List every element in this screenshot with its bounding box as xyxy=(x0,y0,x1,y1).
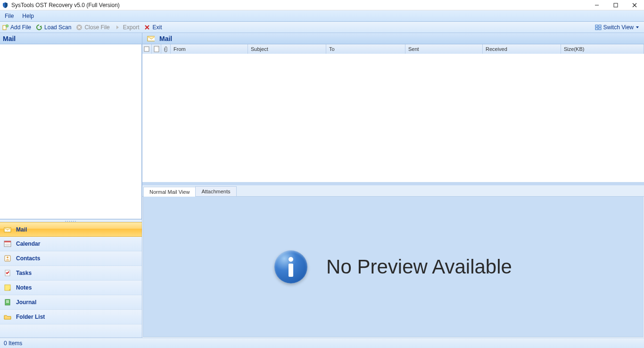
load-scan-label: Load Scan xyxy=(44,24,71,31)
switch-view-button[interactable]: Switch View xyxy=(595,24,642,31)
preview-message: No Preview Available xyxy=(326,256,512,278)
export-icon xyxy=(115,24,121,31)
window-title: SysTools OST Recovery v5.0 (Full Version… xyxy=(11,2,120,8)
add-file-button[interactable]: Add File xyxy=(2,24,31,31)
status-bar: 0 Items xyxy=(0,338,644,348)
add-file-icon xyxy=(2,24,8,31)
main: Mail •••••• Mail Calendar Contacts xyxy=(0,33,644,338)
nav-label: Mail xyxy=(16,226,27,233)
svg-rect-15 xyxy=(595,25,598,27)
grid-header: From Subject To Sent Received Size(KB) xyxy=(142,44,644,54)
mail-icon xyxy=(4,226,11,233)
folder-list-icon xyxy=(4,313,11,321)
column-sent[interactable]: Sent xyxy=(405,44,483,54)
svg-rect-35 xyxy=(6,301,9,302)
contacts-icon xyxy=(4,255,11,262)
column-checkbox[interactable] xyxy=(142,44,152,54)
nav-item-tasks[interactable]: Tasks xyxy=(0,266,142,281)
menu-bar: File Help xyxy=(0,10,644,22)
svg-rect-39 xyxy=(144,47,149,51)
nav-item-notes[interactable]: Notes xyxy=(0,281,142,295)
column-from[interactable]: From xyxy=(171,44,248,54)
nav-item-folder-list[interactable]: Folder List xyxy=(0,310,142,324)
status-text: 0 Items xyxy=(4,340,22,347)
svg-rect-34 xyxy=(6,300,9,301)
column-subject[interactable]: Subject xyxy=(248,44,326,54)
nav-label: Tasks xyxy=(16,270,32,276)
app-icon xyxy=(2,2,8,8)
right-pane-header: Mail xyxy=(142,33,644,44)
nav-item-journal[interactable]: Journal xyxy=(0,295,142,310)
exit-button[interactable]: Exit xyxy=(144,24,162,31)
svg-rect-23 xyxy=(4,241,11,242)
notes-icon xyxy=(4,284,11,291)
grid-body[interactable] xyxy=(142,54,644,182)
nav-label: Journal xyxy=(16,299,36,306)
svg-marker-8 xyxy=(40,25,41,28)
nav-item-calendar[interactable]: Calendar xyxy=(0,237,142,251)
window-controls xyxy=(587,0,644,10)
chevron-down-icon xyxy=(636,24,639,31)
load-scan-icon xyxy=(36,24,42,31)
svg-rect-17 xyxy=(595,28,598,30)
switch-view-icon xyxy=(595,24,602,31)
nav-list: Mail Calendar Contacts Tasks xyxy=(0,222,142,338)
mail-grid: From Subject To Sent Received Size(KB) xyxy=(142,44,644,182)
left-pane-header: Mail xyxy=(0,33,142,44)
column-read[interactable] xyxy=(152,44,161,54)
tasks-icon xyxy=(4,269,11,277)
column-to[interactable]: To xyxy=(326,44,405,54)
close-button[interactable] xyxy=(625,0,644,10)
close-file-button[interactable]: Close File xyxy=(76,24,109,31)
svg-marker-12 xyxy=(116,25,119,29)
calendar-icon xyxy=(4,240,11,248)
export-label: Export xyxy=(123,24,140,31)
exit-icon xyxy=(144,24,150,31)
maximize-button[interactable] xyxy=(606,0,625,10)
nav-label: Folder List xyxy=(16,314,45,320)
svg-rect-1 xyxy=(614,3,618,7)
minimize-button[interactable] xyxy=(587,0,606,10)
load-scan-button[interactable]: Load Scan xyxy=(36,24,71,31)
menu-help[interactable]: Help xyxy=(22,13,34,19)
menu-file[interactable]: File xyxy=(5,13,14,19)
add-file-label: Add File xyxy=(10,24,31,31)
exit-label: Exit xyxy=(152,24,162,31)
nav-label: Calendar xyxy=(16,240,40,247)
svg-rect-16 xyxy=(599,25,601,27)
svg-rect-21 xyxy=(4,228,11,230)
svg-point-29 xyxy=(7,257,8,258)
export-button[interactable]: Export xyxy=(115,24,140,31)
svg-rect-36 xyxy=(6,302,9,303)
column-received[interactable]: Received xyxy=(483,44,561,54)
close-file-icon xyxy=(76,24,83,31)
tab-normal-mail-view[interactable]: Normal Mail View xyxy=(143,187,196,197)
journal-icon xyxy=(4,298,11,306)
nav-label: Contacts xyxy=(16,255,40,262)
svg-rect-38 xyxy=(148,36,155,38)
nav-label: Notes xyxy=(16,284,32,291)
mail-icon xyxy=(147,35,155,42)
svg-rect-18 xyxy=(599,28,601,30)
left-pane: Mail •••••• Mail Calendar Contacts xyxy=(0,33,142,338)
svg-marker-19 xyxy=(636,26,639,28)
close-file-label: Close File xyxy=(84,24,109,31)
preview-tabs: Normal Mail View Attachments xyxy=(142,185,644,197)
folder-tree[interactable] xyxy=(0,44,142,219)
switch-view-label: Switch View xyxy=(603,24,634,31)
info-icon xyxy=(274,250,307,283)
right-pane-title: Mail xyxy=(159,35,172,42)
toolbar: Add File Load Scan Close File Export Exi… xyxy=(0,22,644,33)
column-attachment[interactable] xyxy=(161,44,171,54)
nav-item-mail[interactable]: Mail xyxy=(0,222,142,237)
tab-attachments[interactable]: Attachments xyxy=(195,186,236,196)
nav-item-contacts[interactable]: Contacts xyxy=(0,251,142,266)
page-icon xyxy=(154,46,159,52)
nav-footer xyxy=(0,324,142,338)
preview-pane: No Preview Available xyxy=(143,197,644,337)
checkbox-icon xyxy=(144,46,149,52)
paperclip-icon xyxy=(163,46,169,52)
column-size[interactable]: Size(KB) xyxy=(561,44,644,54)
title-bar: SysTools OST Recovery v5.0 (Full Version… xyxy=(0,0,644,10)
right-pane: Mail From Subject To Sent Received Size(… xyxy=(142,33,644,338)
